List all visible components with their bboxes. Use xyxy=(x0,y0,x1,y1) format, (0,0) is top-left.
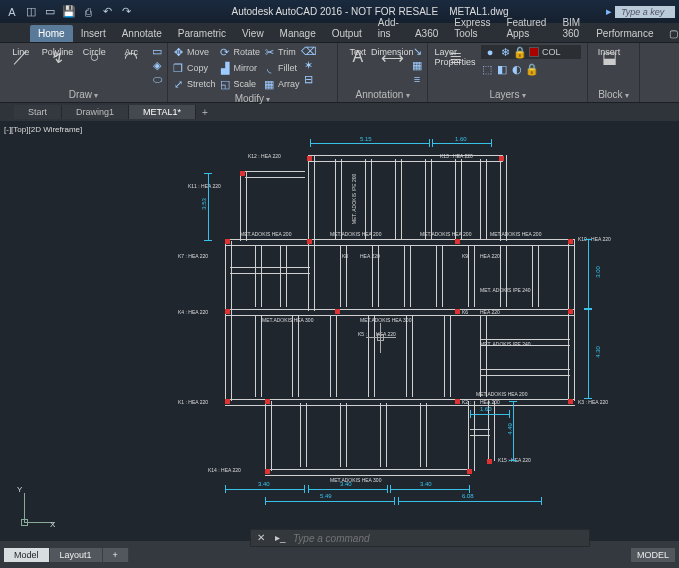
polyline-button[interactable]: ↯Polyline xyxy=(41,45,75,69)
move-button[interactable]: ✥Move xyxy=(172,45,216,59)
help-arrow-icon[interactable]: ▸ xyxy=(606,5,612,18)
dim-line xyxy=(308,489,388,490)
doc-tab-metal1[interactable]: METAL1* xyxy=(129,105,196,119)
tab-annotate[interactable]: Annotate xyxy=(114,25,170,42)
tab-home[interactable]: Home xyxy=(30,25,73,42)
beam xyxy=(568,239,575,401)
status-mode[interactable]: MODEL xyxy=(631,548,675,562)
dim-line xyxy=(513,401,514,461)
arc-button[interactable]: ◠Arc xyxy=(114,45,148,69)
tab-express[interactable]: Express Tools xyxy=(446,14,498,42)
offset-icon[interactable]: ⊟ xyxy=(303,73,315,85)
insert-button[interactable]: ⬓Insert xyxy=(592,45,626,69)
bulb-icon: ● xyxy=(484,46,496,58)
layout-tab-add[interactable]: + xyxy=(103,548,129,562)
tab-addins[interactable]: Add-ins xyxy=(370,14,407,42)
explode-icon[interactable]: ✶ xyxy=(303,59,315,71)
stretch-button[interactable]: ⤢Stretch xyxy=(172,77,216,91)
rect-icon[interactable]: ▭ xyxy=(151,45,163,57)
beam-label: MET.ADOKIS HEA 200 xyxy=(490,231,541,237)
layout-tab-layout1[interactable]: Layout1 xyxy=(50,548,103,562)
ellipse-icon[interactable]: ⬭ xyxy=(151,73,163,85)
beam-label: K7 : HEA 220 xyxy=(178,253,208,259)
beam xyxy=(500,245,507,307)
beam xyxy=(372,245,379,307)
ucs-y-label: Y xyxy=(17,485,22,494)
tab-a360[interactable]: A360 xyxy=(407,25,446,42)
layer-off-icon[interactable]: ◐ xyxy=(511,63,523,75)
dimension-button[interactable]: ⟷Dimension xyxy=(377,45,409,69)
connection-marker xyxy=(225,239,230,244)
circle-button[interactable]: ○Circle xyxy=(78,45,112,69)
line-button[interactable]: ／Line xyxy=(4,45,38,69)
connection-marker xyxy=(568,239,573,244)
hatch-icon[interactable]: ◈ xyxy=(151,59,163,71)
beam xyxy=(265,469,470,476)
open-icon[interactable]: ▭ xyxy=(42,4,58,20)
tab-featured[interactable]: Featured Apps xyxy=(498,14,554,42)
beam xyxy=(280,245,287,307)
ribbon-min-icon[interactable]: ▢ xyxy=(661,25,679,42)
tab-performance[interactable]: Performance xyxy=(588,25,661,42)
command-input[interactable] xyxy=(293,533,583,544)
app-icon[interactable]: A xyxy=(4,4,20,20)
array-button[interactable]: ▦Array xyxy=(263,77,300,91)
ucs-icon[interactable]: Y X xyxy=(12,487,56,531)
ribbon-tabs: Home Insert Annotate Parametric View Man… xyxy=(0,23,679,43)
rotate-button[interactable]: ⟳Rotate xyxy=(219,45,261,59)
layer-lock-icon[interactable]: 🔒 xyxy=(526,63,538,75)
dim-line xyxy=(225,489,305,490)
mtext-icon[interactable]: ≡ xyxy=(411,73,423,85)
mirror-button[interactable]: ▟Mirror xyxy=(219,61,261,75)
doc-tab-drawing1[interactable]: Drawing1 xyxy=(62,105,129,119)
scale-button[interactable]: ◱Scale xyxy=(219,77,261,91)
tab-parametric[interactable]: Parametric xyxy=(170,25,234,42)
beam-label: MET.ADOKIS HEA 200 xyxy=(330,231,381,237)
panel-label-annotation[interactable]: Annotation xyxy=(342,87,423,100)
tab-manage[interactable]: Manage xyxy=(272,25,324,42)
panel-label-modify[interactable]: Modify xyxy=(172,91,333,104)
erase-icon[interactable]: ⌫ xyxy=(303,45,315,57)
redo-icon[interactable]: ↷ xyxy=(118,4,134,20)
doc-tab-start[interactable]: Start xyxy=(14,105,62,119)
beam xyxy=(292,315,299,397)
fillet-icon: ◟ xyxy=(263,62,275,74)
undo-icon[interactable]: ↶ xyxy=(99,4,115,20)
layer-properties-button[interactable]: ≣Layer Properties xyxy=(432,45,478,69)
trim-button[interactable]: ✂Trim xyxy=(263,45,300,59)
command-line[interactable]: ✕ ▸_ xyxy=(250,529,590,547)
save-icon[interactable]: 💾 xyxy=(61,4,77,20)
table-icon[interactable]: ▦ xyxy=(411,59,423,71)
search-box[interactable]: Type a key xyxy=(615,6,675,18)
new-icon[interactable]: ◫ xyxy=(23,4,39,20)
fillet-button[interactable]: ◟Fillet xyxy=(263,61,300,75)
panel-label-block[interactable]: Block xyxy=(592,87,635,100)
beam-label: MET.ADOKIS HEA 200 xyxy=(420,231,471,237)
beam xyxy=(308,155,315,241)
copy-button[interactable]: ❐Copy xyxy=(172,61,216,75)
panel-label-layers[interactable]: Layers xyxy=(432,87,583,100)
dim-label: 3.00 xyxy=(595,266,601,278)
layer-dropdown[interactable]: ● ❄ 🔒 COL xyxy=(481,45,581,59)
layer-match-icon[interactable]: ⬚ xyxy=(481,63,493,75)
panel-label-draw[interactable]: Draw xyxy=(4,87,163,100)
beam xyxy=(404,245,411,307)
tab-insert[interactable]: Insert xyxy=(73,25,114,42)
beam xyxy=(255,315,262,397)
connection-marker xyxy=(225,309,230,314)
close-cmd-icon[interactable]: ✕ xyxy=(257,532,269,544)
layer-iso-icon[interactable]: ◧ xyxy=(496,63,508,75)
drawing-canvas[interactable]: [-][Top][2D Wireframe] 5.15 1.60 K12 : H… xyxy=(0,121,679,541)
dim-line xyxy=(432,143,492,144)
tab-bim360[interactable]: BIM 360 xyxy=(554,14,588,42)
rotate-icon: ⟳ xyxy=(219,46,231,58)
text-button[interactable]: AText xyxy=(342,45,374,69)
viewport-state[interactable]: [-][Top][2D Wireframe] xyxy=(4,125,82,134)
doc-tab-add[interactable]: + xyxy=(196,105,214,120)
layer-tools-row[interactable]: ⬚ ◧ ◐ 🔒 xyxy=(481,62,581,76)
tab-view[interactable]: View xyxy=(234,25,272,42)
beam xyxy=(330,315,337,397)
print-icon[interactable]: ⎙ xyxy=(80,4,96,20)
layout-tab-model[interactable]: Model xyxy=(4,548,50,562)
tab-output[interactable]: Output xyxy=(324,25,370,42)
